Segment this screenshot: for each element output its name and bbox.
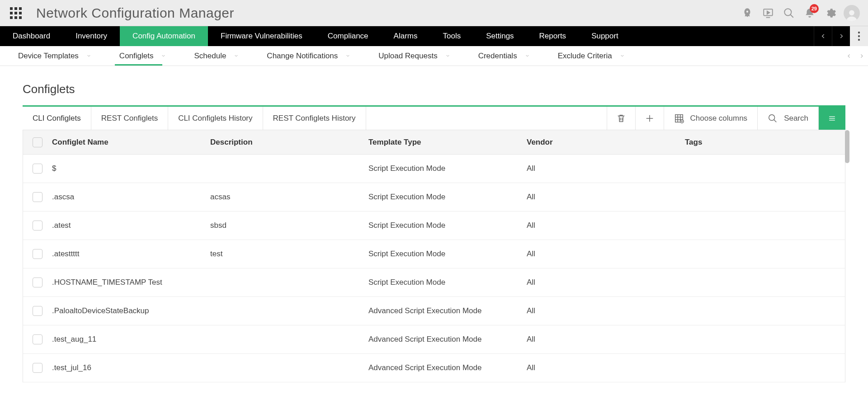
subnav-change-notifications[interactable]: Change Notifications: [249, 46, 360, 66]
select-all-checkbox[interactable]: [33, 137, 42, 147]
menu-toggle-button[interactable]: [818, 107, 845, 130]
column-tags[interactable]: Tags: [685, 138, 845, 147]
nav-scroll-right[interactable]: [832, 26, 850, 46]
nav-support[interactable]: Support: [579, 26, 631, 46]
search-icon[interactable]: [778, 3, 799, 24]
subnav-upload-requests[interactable]: Upload Requests: [360, 46, 460, 66]
row-checkbox[interactable]: [33, 363, 42, 373]
chevron-down-icon: [161, 52, 166, 61]
cell-name: .ascsa: [52, 193, 210, 202]
cell-vendor: All: [527, 306, 685, 315]
table-row[interactable]: .test_aug_11Advanced Script Execution Mo…: [23, 325, 845, 354]
bell-icon[interactable]: 29: [799, 3, 820, 24]
nav-more-icon[interactable]: [850, 26, 868, 46]
subnav-exclude-criteria[interactable]: Exclude Criteria: [540, 46, 635, 66]
table-row[interactable]: .HOSTNAME_TIMESTAMP TestScript Execution…: [23, 268, 845, 297]
cell-name: $: [52, 164, 210, 173]
gear-icon[interactable]: [820, 3, 841, 24]
table-row[interactable]: .PaloaltoDeviceStateBackupAdvanced Scrip…: [23, 297, 845, 325]
table-row[interactable]: .test_jul_16Advanced Script Execution Mo…: [23, 354, 845, 382]
column-configlet-name[interactable]: Configlet Name: [52, 138, 210, 147]
nav-alarms[interactable]: Alarms: [381, 26, 430, 46]
nav-config-automation[interactable]: Config Automation: [120, 26, 208, 46]
chevron-down-icon: [620, 52, 625, 61]
cell-template-type: Script Execution Mode: [368, 193, 527, 202]
row-checkbox[interactable]: [33, 192, 42, 202]
svg-point-7: [858, 39, 860, 41]
table-row[interactable]: $Script Execution ModeAll: [23, 155, 845, 183]
cell-description: sbsd: [210, 221, 368, 230]
row-checkbox[interactable]: [33, 249, 42, 259]
svg-line-3: [790, 14, 793, 18]
svg-point-2: [784, 9, 791, 15]
cell-template-type: Advanced Script Execution Mode: [368, 335, 527, 344]
nav-dashboard[interactable]: Dashboard: [0, 26, 63, 46]
column-template-type[interactable]: Template Type: [368, 138, 527, 147]
subnav-configlets[interactable]: Configlets: [101, 46, 176, 66]
app-title: Network Configuration Manager: [36, 5, 234, 21]
tab-rest-configlets-history[interactable]: REST Configlets History: [263, 107, 366, 130]
cell-template-type: Script Execution Mode: [368, 278, 527, 287]
delete-button[interactable]: [607, 107, 635, 130]
row-checkbox[interactable]: [33, 221, 42, 230]
avatar[interactable]: [844, 5, 860, 21]
page-title: Configlets: [23, 82, 845, 96]
chevron-down-icon: [86, 52, 91, 61]
subnav-device-templates[interactable]: Device Templates: [0, 46, 101, 66]
scrollbar-thumb[interactable]: [845, 130, 849, 163]
main-nav: DashboardInventoryConfig AutomationFirmw…: [0, 26, 868, 46]
nav-tools[interactable]: Tools: [430, 26, 473, 46]
row-checkbox[interactable]: [33, 164, 42, 174]
cell-name: .HOSTNAME_TIMESTAMP Test: [52, 278, 210, 287]
configlets-table: Configlet Name Description Template Type…: [23, 130, 845, 382]
nav-compliance[interactable]: Compliance: [315, 26, 381, 46]
cell-template-type: Script Execution Mode: [368, 221, 527, 230]
table-header: Configlet Name Description Template Type…: [23, 130, 845, 155]
rocket-icon[interactable]: [737, 3, 758, 24]
row-checkbox[interactable]: [33, 306, 42, 316]
tab-cli-configlets[interactable]: CLI Configlets: [23, 107, 91, 130]
svg-point-6: [858, 35, 860, 37]
monitor-play-icon[interactable]: [758, 3, 778, 24]
tab-cli-configlets-history[interactable]: CLI Configlets History: [168, 107, 263, 130]
nav-inventory[interactable]: Inventory: [63, 26, 120, 46]
apps-grid-icon[interactable]: [10, 7, 22, 19]
content: Configlets CLI ConfigletsREST Configlets…: [0, 66, 868, 382]
subnav-schedule[interactable]: Schedule: [176, 46, 249, 66]
column-vendor[interactable]: Vendor: [527, 138, 685, 147]
choose-columns-label: Choose columns: [690, 114, 748, 123]
cell-template-type: Advanced Script Execution Mode: [368, 363, 527, 372]
cell-vendor: All: [527, 335, 685, 344]
row-checkbox[interactable]: [33, 277, 42, 287]
cell-template-type: Script Execution Mode: [368, 249, 527, 259]
table-row[interactable]: .atesttttttestScript Execution ModeAll: [23, 240, 845, 268]
subnav-scroll-right[interactable]: [855, 46, 868, 66]
cell-name: .PaloaltoDeviceStateBackup: [52, 306, 210, 315]
subnav-scroll-left[interactable]: [843, 46, 855, 66]
chevron-down-icon: [525, 52, 530, 61]
top-header: Network Configuration Manager 29: [0, 0, 868, 26]
table-row[interactable]: .ascsaacsasScript Execution ModeAll: [23, 183, 845, 212]
chevron-down-icon: [345, 52, 350, 61]
nav-scroll-left[interactable]: [814, 26, 832, 46]
column-description[interactable]: Description: [210, 138, 368, 147]
sub-nav: Device TemplatesConfigletsScheduleChange…: [0, 46, 868, 66]
search-button[interactable]: Search: [757, 107, 818, 130]
cell-name: .atest: [52, 221, 210, 230]
row-checkbox[interactable]: [33, 334, 42, 344]
search-label: Search: [784, 114, 808, 123]
cell-description: test: [210, 249, 368, 259]
choose-columns-button[interactable]: Choose columns: [664, 107, 758, 130]
tab-rest-configlets[interactable]: REST Configlets: [91, 107, 168, 130]
cell-template-type: Advanced Script Execution Mode: [368, 306, 527, 315]
nav-settings[interactable]: Settings: [473, 26, 526, 46]
cell-name: .atesttttt: [52, 249, 210, 259]
nav-firmware-vulnerabilities[interactable]: Firmware Vulnerabilities: [208, 26, 315, 46]
svg-point-4: [849, 10, 854, 15]
subnav-credentials[interactable]: Credentials: [460, 46, 540, 66]
table-row[interactable]: .atestsbsdScript Execution ModeAll: [23, 212, 845, 240]
svg-point-16: [769, 114, 775, 120]
nav-reports[interactable]: Reports: [527, 26, 579, 46]
notification-badge: 29: [810, 4, 819, 13]
add-button[interactable]: [635, 107, 664, 130]
